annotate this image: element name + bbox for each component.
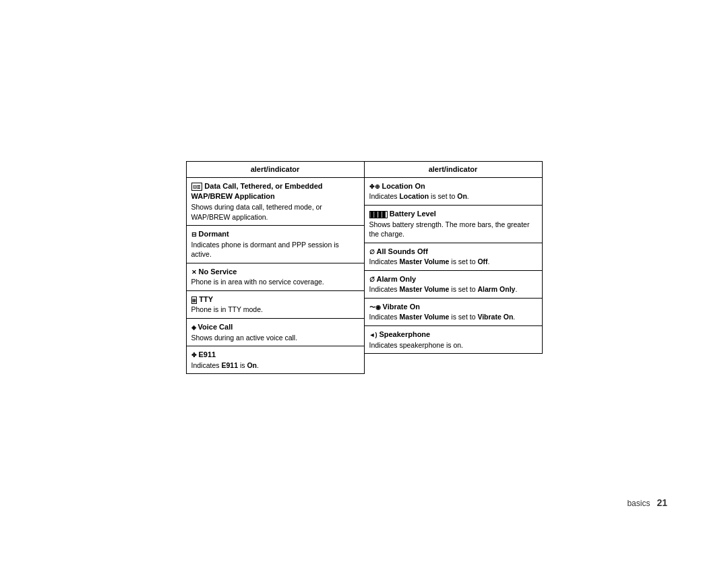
table-row: ∅All Sounds Off Indicates Master Volume … (364, 243, 542, 270)
table-row: ∅̈Alarm Only Indicates Master Volume is … (364, 271, 542, 299)
table-row: ◈Voice Call Shows during an active voice… (186, 319, 364, 346)
right-row-3-title: ∅All Sounds Off (369, 247, 537, 257)
voice-call-icon: ◈ (191, 324, 196, 331)
right-row-6-desc: Indicates speakerphone is on. (369, 340, 537, 350)
right-row-2-title: ████Battery Level (369, 209, 537, 219)
right-row-6: ◄)Speakerphone Indicates speakerphone is… (364, 326, 542, 354)
right-row-1-title: ✤⊕Location On (369, 181, 537, 191)
right-row-5-title: 〜◉Vibrate On (369, 302, 537, 312)
tty-icon: ▦ (191, 296, 198, 304)
right-row-3-desc: Indicates Master Volume is set to Off. (369, 257, 537, 267)
speakerphone-icon: ◄) (369, 332, 377, 338)
row-2-desc: Indicates phone is dormant and PPP sessi… (191, 240, 359, 259)
table-row: ▦TTY Phone is in TTY mode. (186, 291, 364, 319)
left-table-header-row: alert/indicator (186, 161, 364, 177)
table-row: 〜◉Vibrate On Indicates Master Volume is … (364, 299, 542, 326)
row-3-title: ✕No Service (191, 267, 359, 277)
row-6-desc: Indicates E911 is On. (191, 361, 359, 371)
right-table: alert/indicator ✤⊕Location On Indicates … (364, 161, 543, 354)
right-row-6-title: ◄)Speakerphone (369, 330, 537, 340)
alarm-only-icon: ∅̈ (369, 276, 375, 283)
right-row-4-title: ∅̈Alarm Only (369, 274, 537, 284)
left-row-2: ⊟Dormant Indicates phone is dormant and … (186, 226, 364, 263)
right-row-4-desc: Indicates Master Volume is set to Alarm … (369, 284, 537, 294)
footer: basics 21 (627, 497, 667, 508)
all-sounds-off-icon: ∅ (369, 249, 375, 255)
right-row-5-desc: Indicates Master Volume is set to Vibrat… (369, 312, 537, 322)
right-row-2: ████Battery Level Shows battery strength… (364, 206, 542, 243)
dormant-icon: ⊟ (191, 231, 197, 238)
battery-icon: ████ (369, 211, 388, 218)
right-row-2-desc: Shows battery strength. The more bars, t… (369, 220, 537, 239)
tables-wrapper: alert/indicator ⊟≡Data Call, Tethered, o… (186, 161, 543, 375)
row-4-title: ▦TTY (191, 294, 359, 305)
left-table-header: alert/indicator (186, 161, 364, 177)
left-row-3: ✕No Service Phone is in area with no ser… (186, 263, 364, 291)
table-row: ████Battery Level Shows battery strength… (364, 206, 542, 243)
vibrate-on-icon: 〜◉ (369, 304, 381, 311)
location-icon: ✤⊕ (369, 183, 380, 190)
right-table-header-row: alert/indicator (364, 161, 542, 177)
footer-label: basics (627, 499, 650, 508)
row-2-title: ⊟Dormant (191, 229, 359, 239)
e911-icon: ✤ (191, 352, 197, 358)
page-number: 21 (657, 497, 667, 508)
row-4-desc: Phone is in TTY mode. (191, 305, 359, 315)
right-row-1: ✤⊕Location On Indicates Location is set … (364, 178, 542, 206)
left-row-4: ▦TTY Phone is in TTY mode. (186, 291, 364, 319)
row-1-title: ⊟≡Data Call, Tethered, or Embedded WAP/B… (191, 181, 359, 202)
left-table: alert/indicator ⊟≡Data Call, Tethered, o… (186, 161, 365, 375)
data-call-icon: ⊟≡ (191, 183, 203, 191)
page-container: alert/indicator ⊟≡Data Call, Tethered, o… (0, 0, 728, 562)
row-3-desc: Phone is in area with no service coverag… (191, 277, 359, 287)
row-5-title: ◈Voice Call (191, 322, 359, 332)
right-row-3: ∅All Sounds Off Indicates Master Volume … (364, 243, 542, 270)
right-table-header: alert/indicator (364, 161, 542, 177)
left-row-1: ⊟≡Data Call, Tethered, or Embedded WAP/B… (186, 178, 364, 226)
row-5-desc: Shows during an active voice call. (191, 333, 359, 343)
table-row: ✤⊕Location On Indicates Location is set … (364, 178, 542, 206)
table-row: ✕No Service Phone is in area with no ser… (186, 263, 364, 291)
no-service-icon: ✕ (191, 269, 197, 276)
right-row-4: ∅̈Alarm Only Indicates Master Volume is … (364, 271, 542, 299)
right-row-5: 〜◉Vibrate On Indicates Master Volume is … (364, 299, 542, 326)
left-row-5: ◈Voice Call Shows during an active voice… (186, 319, 364, 346)
table-row: ◄)Speakerphone Indicates speakerphone is… (364, 326, 542, 354)
row-1-desc: Shows during data call, tethered mode, o… (191, 202, 359, 222)
table-row: ⊟≡Data Call, Tethered, or Embedded WAP/B… (186, 178, 364, 226)
left-row-6: ✤E911 Indicates E911 is On. (186, 346, 364, 374)
table-row: ✤E911 Indicates E911 is On. (186, 346, 364, 374)
row-6-title: ✤E911 (191, 350, 359, 360)
table-row: ⊟Dormant Indicates phone is dormant and … (186, 226, 364, 263)
right-row-1-desc: Indicates Location is set to On. (369, 191, 537, 201)
